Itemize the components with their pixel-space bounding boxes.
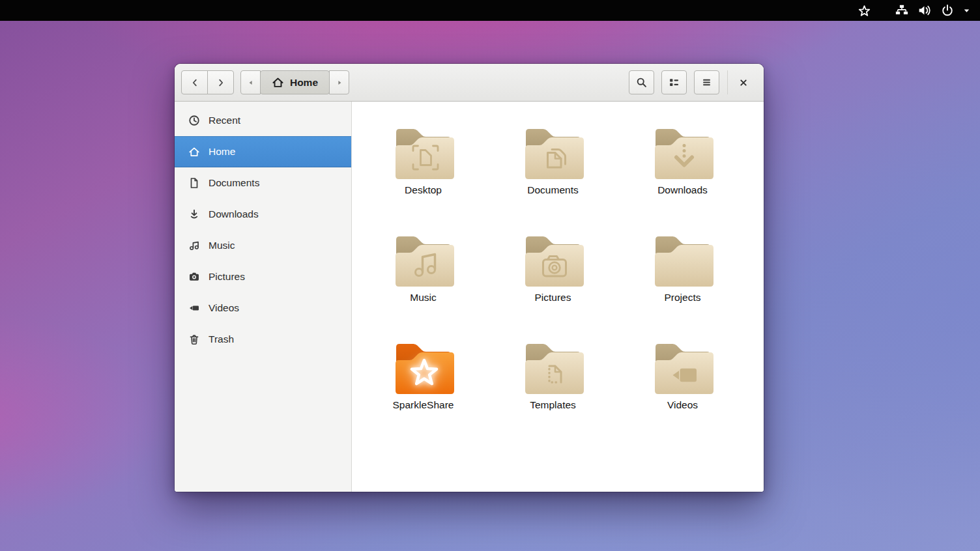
sidebar-item-recent[interactable]: Recent	[175, 105, 351, 136]
file-label: Downloads	[657, 184, 708, 196]
sidebar-item-downloads[interactable]: Downloads	[175, 199, 351, 230]
chevron-down-icon[interactable]	[962, 0, 972, 21]
search-button[interactable]	[629, 70, 654, 94]
window-titlebar: Home	[175, 64, 764, 102]
places-sidebar: Recent Home Documents	[175, 102, 352, 492]
sidebar-item-label: Downloads	[209, 208, 259, 220]
view-options-button[interactable]	[661, 70, 687, 94]
video-camera-icon	[188, 302, 200, 314]
forward-button[interactable]	[207, 70, 234, 94]
folder-icon-downloads	[649, 121, 717, 180]
file-item-projects[interactable]: Projects	[618, 229, 747, 336]
triangle-left-icon	[246, 78, 256, 88]
folder-icon-pictures	[519, 229, 587, 287]
history-nav-group	[181, 70, 234, 94]
toolbar-actions	[622, 70, 753, 94]
sidebar-item-label: Home	[209, 146, 235, 158]
file-item-pictures[interactable]: Pictures	[488, 229, 618, 336]
view-list-icon	[669, 77, 680, 88]
power-icon[interactable]	[941, 0, 954, 21]
path-scroll-left-button[interactable]	[240, 70, 261, 94]
camera-icon	[188, 271, 200, 283]
path-segment-home[interactable]: Home	[260, 70, 330, 94]
file-item-desktop[interactable]: Desktop	[358, 121, 488, 229]
folder-icon-templates	[519, 336, 587, 395]
file-label: Documents	[527, 184, 578, 196]
titlebar-separator	[727, 70, 728, 94]
sidebar-item-trash[interactable]: Trash	[175, 324, 351, 355]
file-label: SparkleShare	[393, 399, 454, 411]
chevron-left-icon	[190, 78, 200, 88]
home-icon	[188, 146, 200, 158]
sidebar-item-videos[interactable]: Videos	[175, 292, 351, 324]
file-item-music[interactable]: Music	[358, 229, 488, 336]
sidebar-item-label: Trash	[209, 333, 234, 345]
document-icon	[188, 177, 200, 189]
folder-icon-videos	[649, 336, 717, 395]
file-label: Pictures	[535, 292, 571, 304]
volume-icon[interactable]	[918, 0, 931, 21]
triangle-right-icon	[334, 78, 345, 88]
sidebar-item-music[interactable]: Music	[175, 230, 351, 261]
close-button[interactable]	[734, 70, 753, 94]
folder-icon-projects	[649, 229, 717, 287]
path-scroll-right-button[interactable]	[329, 70, 349, 94]
icon-grid: Desktop Documents	[358, 121, 764, 444]
sidebar-item-documents[interactable]: Documents	[175, 167, 351, 199]
file-label: Projects	[665, 292, 701, 304]
sidebar-item-label: Videos	[209, 302, 239, 314]
file-label: Music	[410, 292, 436, 304]
path-bar: Home	[240, 70, 349, 94]
folder-icon-desktop	[390, 121, 457, 180]
back-button[interactable]	[181, 70, 208, 94]
top-system-bar	[0, 0, 980, 21]
download-arrow-icon	[188, 208, 200, 220]
favorites-star-icon[interactable]	[857, 0, 871, 21]
folder-icon-sparkleshare	[390, 336, 457, 395]
home-icon	[272, 76, 284, 89]
file-label: Templates	[530, 399, 576, 411]
file-view-area: Desktop Documents	[352, 102, 764, 492]
file-label: Desktop	[405, 184, 442, 196]
file-label: Videos	[667, 399, 698, 411]
chevron-right-icon	[216, 78, 226, 88]
file-manager-window: Home	[175, 64, 764, 492]
sidebar-item-label: Recent	[209, 115, 240, 126]
folder-icon-music	[390, 229, 457, 287]
menu-button[interactable]	[694, 70, 719, 94]
sidebar-item-home[interactable]: Home	[175, 136, 351, 167]
file-item-videos[interactable]: Videos	[618, 336, 747, 444]
search-icon	[636, 77, 647, 88]
sidebar-item-label: Music	[209, 240, 235, 251]
sidebar-item-pictures[interactable]: Pictures	[175, 261, 351, 292]
file-item-documents[interactable]: Documents	[488, 121, 618, 229]
close-icon	[738, 78, 749, 88]
hamburger-menu-icon	[701, 77, 712, 88]
network-icon[interactable]	[895, 0, 908, 21]
sidebar-item-label: Pictures	[209, 271, 245, 283]
folder-icon-documents	[519, 121, 587, 180]
recent-clock-icon	[188, 115, 200, 126]
file-item-sparkleshare[interactable]: SparkleShare	[358, 336, 488, 444]
file-item-templates[interactable]: Templates	[488, 336, 618, 444]
trash-can-icon	[188, 333, 200, 345]
path-segment-label: Home	[290, 77, 318, 89]
music-notes-icon	[188, 240, 200, 251]
file-item-downloads[interactable]: Downloads	[618, 121, 747, 229]
sidebar-item-label: Documents	[209, 177, 259, 189]
